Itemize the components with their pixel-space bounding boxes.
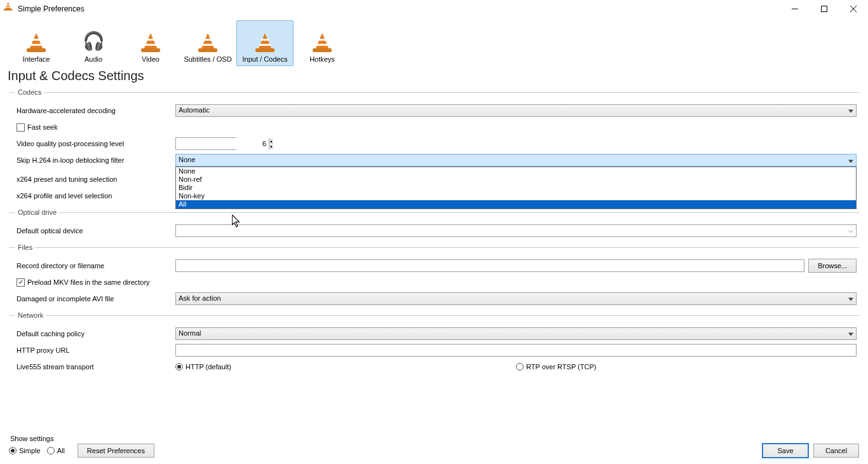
chevron-down-icon <box>848 228 853 235</box>
app-icon <box>4 3 14 15</box>
radio-rtp-rtsp[interactable]: RTP over RTSP (TCP) <box>516 363 857 371</box>
svg-rect-1 <box>822 6 827 12</box>
window-title: Simple Preferences <box>18 4 85 13</box>
radio-circle-icon <box>9 447 17 454</box>
headphones-icon: 🎧 <box>81 27 105 54</box>
save-button[interactable]: Save <box>763 444 808 458</box>
tab-input-codecs[interactable]: Input / Codecs <box>236 20 294 66</box>
radio-http-default[interactable]: HTTP (default) <box>175 363 516 371</box>
dropdown-option[interactable]: Bidir <box>176 184 856 192</box>
tab-audio[interactable]: 🎧 Audio <box>65 20 122 66</box>
spinner-down-icon[interactable]: ▼ <box>269 144 273 149</box>
checkbox-label: Fast seek <box>27 123 58 131</box>
legend-files: Files <box>15 243 35 251</box>
radio-label: RTP over RTSP (TCP) <box>526 363 596 371</box>
input-record-dir[interactable] <box>175 259 804 272</box>
fieldset-optical: Optical drive Default optical device <box>9 212 859 238</box>
category-bar: Interface 🎧 Audio Video Subtitles / OSD … <box>0 18 868 66</box>
svg-marker-5 <box>848 160 853 163</box>
legend-optical: Optical drive <box>15 208 59 216</box>
cone-icon <box>24 27 48 54</box>
spinner-input[interactable] <box>176 138 269 149</box>
checkbox-box <box>17 278 25 287</box>
label-x264-preset: x264 preset and tuning selection <box>11 175 175 183</box>
chevron-down-icon <box>848 296 853 303</box>
combo-skip-h264[interactable]: None None Non-ref Bidir Non-key All <box>175 154 857 167</box>
label-proxy: HTTP proxy URL <box>11 346 175 354</box>
label-skip-h264: Skip H.264 in-loop deblocking filter <box>11 156 175 164</box>
label-show-settings: Show settings <box>9 435 154 442</box>
tab-subtitles[interactable]: Subtitles / OSD <box>179 20 236 66</box>
svg-marker-6 <box>848 298 853 301</box>
bottom-bar: Show settings Simple All Reset Preferenc… <box>0 435 868 464</box>
label-vq: Video quality post-processing level <box>11 140 175 147</box>
label-optical-device: Default optical device <box>11 227 175 235</box>
cancel-button[interactable]: Cancel <box>813 444 859 458</box>
label-x264-profile: x264 profile and level selection <box>11 192 175 200</box>
svg-marker-4 <box>848 110 853 113</box>
legend-network: Network <box>15 311 46 319</box>
tab-video[interactable]: Video <box>122 20 179 66</box>
dropdown-option[interactable]: Non-key <box>176 192 856 200</box>
cone-icon <box>310 27 334 54</box>
maximize-button[interactable] <box>810 0 839 18</box>
combo-avi[interactable]: Ask for action <box>175 292 857 305</box>
input-proxy[interactable] <box>175 344 857 357</box>
dropdown-skip-h264: None Non-ref Bidir Non-key All <box>175 167 857 209</box>
chevron-down-icon <box>848 158 853 165</box>
fieldset-files: Files Record directory or filename Brows… <box>9 247 859 306</box>
radio-all[interactable]: All <box>47 447 65 454</box>
radio-label: HTTP (default) <box>186 363 231 371</box>
radio-label: Simple <box>19 447 41 454</box>
chevron-down-icon <box>848 107 853 115</box>
label-live555: Live555 stream transport <box>11 363 175 371</box>
spinner-up-icon[interactable]: ▲ <box>269 138 273 144</box>
gear-icon <box>253 27 277 54</box>
browse-button[interactable]: Browse... <box>808 259 857 273</box>
fieldset-codecs: Codecs Hardware-accelerated decoding Aut… <box>9 92 859 203</box>
chevron-down-icon <box>848 331 853 338</box>
svg-marker-7 <box>848 333 853 336</box>
page-title: Input & Codecs Settings <box>0 66 868 88</box>
tab-interface[interactable]: Interface <box>8 20 65 66</box>
checkbox-label: Preload MKV files in the same directory <box>27 278 150 286</box>
checkbox-fast-seek[interactable]: Fast seek <box>11 123 58 132</box>
fieldset-network: Network Default caching policy Normal HT… <box>9 315 859 374</box>
radio-simple[interactable]: Simple <box>9 447 41 454</box>
combo-optical-device[interactable] <box>175 224 857 237</box>
dropdown-option[interactable]: Non-ref <box>176 175 856 184</box>
combo-hw-decoding[interactable]: Automatic <box>175 104 857 117</box>
radio-circle-icon <box>47 447 55 454</box>
radio-circle-icon <box>175 363 183 371</box>
dropdown-option[interactable]: All <box>176 200 856 208</box>
checkbox-box <box>17 123 25 132</box>
label-avi: Damaged or incomplete AVI file <box>11 295 175 303</box>
label-hw-decoding: Hardware-accelerated decoding <box>11 107 175 114</box>
film-icon <box>139 27 163 54</box>
radio-circle-icon <box>516 363 524 371</box>
close-button[interactable] <box>839 0 868 18</box>
clapboard-icon <box>196 27 220 54</box>
dropdown-option[interactable]: None <box>176 167 856 175</box>
tab-hotkeys[interactable]: Hotkeys <box>294 20 351 66</box>
radio-label: All <box>57 447 65 454</box>
label-caching: Default caching policy <box>11 330 175 338</box>
spinner-vq[interactable]: ▲ ▼ <box>175 137 236 150</box>
label-record-dir: Record directory or filename <box>11 262 175 270</box>
minimize-button[interactable] <box>780 0 810 18</box>
checkbox-preload-mkv[interactable]: Preload MKV files in the same directory <box>11 278 150 287</box>
titlebar: Simple Preferences <box>0 0 868 18</box>
legend-codecs: Codecs <box>15 88 44 96</box>
combo-caching[interactable]: Normal <box>175 327 857 340</box>
reset-button[interactable]: Reset Preferences <box>78 444 154 458</box>
